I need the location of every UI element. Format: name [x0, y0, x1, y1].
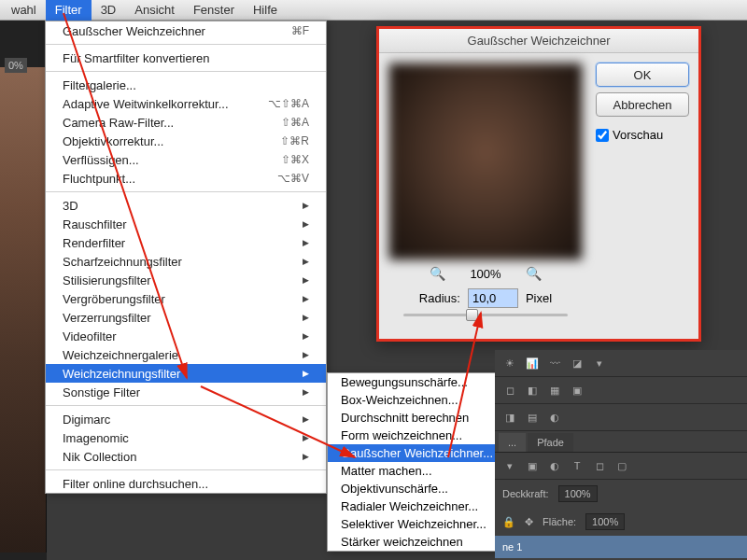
menu-label: Adaptive Weitwinkelkorrektur... [63, 97, 229, 111]
radius-slider-thumb[interactable] [466, 309, 478, 321]
menu-imagenomic[interactable]: Imagenomic [46, 428, 326, 447]
gaussian-blur-dialog: Gaußscher Weichzeichner 🔍 100% 🔍 Radius:… [376, 26, 701, 342]
menu-videofilter[interactable]: Videofilter [46, 327, 326, 345]
preview-checkbox-label[interactable]: Vorschau [596, 128, 689, 142]
menu-filter[interactable]: Filter [46, 0, 92, 21]
invert-icon[interactable]: ◨ [502, 410, 517, 425]
menu-separator [46, 469, 326, 470]
menu-shortcut: ⇧⌘R [280, 134, 309, 147]
dialog-zoom-percent: 100% [470, 267, 500, 281]
menu-label: Gaußscher Weichzeichner [63, 24, 205, 38]
zoom-in-icon[interactable]: 🔍 [526, 266, 542, 281]
menu-digimarc[interactable]: Digimarc [46, 410, 326, 428]
menu-shortcut: ⌘F [291, 24, 309, 37]
menu-nik-collection[interactable]: Nik Collection [46, 447, 326, 466]
menu-smartfilter[interactable]: Für Smartfilter konvertieren [46, 49, 326, 67]
menu-hilfe[interactable]: Hilfe [244, 0, 287, 21]
menu-label: Filtergalerie... [63, 78, 136, 92]
menu-fenster[interactable]: Fenster [184, 0, 244, 21]
menu-label: Box-Weichzeichnen... [341, 393, 458, 407]
filter-shape-icon[interactable]: ◻ [592, 458, 607, 473]
filter-adjust-icon[interactable]: ◐ [547, 458, 562, 473]
adjustments-icon-row-3: ◨ ▤ ◐ [495, 404, 747, 431]
lock-icon[interactable]: 🔒 [502, 516, 515, 528]
menu-label: Selektiver Weichzeichner... [341, 517, 486, 531]
radius-unit: Pixel [526, 291, 552, 305]
zoom-out-icon[interactable]: 🔍 [430, 266, 445, 281]
menu-label: Nik Collection [63, 450, 136, 464]
preview-checkbox[interactable] [596, 129, 609, 142]
filter-smart-icon[interactable]: ▢ [614, 458, 629, 473]
posterize-icon[interactable]: ▤ [525, 410, 540, 425]
panel-tab-pfade[interactable]: Pfade [528, 433, 573, 452]
menu-separator [46, 71, 326, 72]
radius-label: Radius: [419, 291, 460, 305]
menubar: wahl Filter 3D Ansicht Fenster Hilfe [0, 0, 747, 21]
hue-icon[interactable]: ◧ [525, 383, 540, 398]
menu-3d-filter[interactable]: 3D [46, 196, 326, 215]
menu-separator [46, 44, 326, 45]
lock-pos-icon[interactable]: ✥ [525, 516, 533, 528]
menu-shortcut: ⇧⌘A [281, 116, 309, 129]
channel-icon[interactable]: ▦ [547, 383, 562, 398]
filter-dropdown-menu: Gaußscher Weichzeichner ⌘F Für Smartfilt… [45, 21, 327, 494]
opacity-label: Deckkraft: [502, 488, 549, 499]
radius-input[interactable] [468, 288, 518, 308]
menu-label: Scharfzeichnungsfilter [63, 255, 182, 269]
square-icon[interactable]: ◻ [502, 383, 517, 398]
ok-button[interactable]: OK [596, 63, 689, 87]
menu-verzerrungsfilter[interactable]: Verzerrungsfilter [46, 308, 326, 327]
lookup-icon[interactable]: ▣ [570, 383, 585, 398]
levels-icon[interactable]: 📊 [525, 356, 540, 371]
preview-text: Vorschau [613, 128, 663, 142]
threshold-icon[interactable]: ◐ [547, 410, 562, 425]
menu-objektivkorrektur[interactable]: Objektivkorrektur...⇧⌘R [46, 132, 326, 150]
menu-label: Radialer Weichzeichner... [341, 499, 478, 513]
panel-tab-other[interactable]: ... [499, 433, 526, 452]
menu-scharfzeichnungsfilter[interactable]: Scharfzeichnungsfilter [46, 252, 326, 271]
menu-rauschfilter[interactable]: Rauschfilter [46, 215, 326, 233]
menu-weichzeichnergalerie[interactable]: Weichzeichnergalerie [46, 345, 326, 364]
menu-3d[interactable]: 3D [92, 0, 126, 21]
fill-value[interactable]: 100% [585, 513, 625, 530]
dialog-title: Gaußscher Weichzeichner [379, 29, 698, 53]
menu-shortcut: ⇧⌘X [281, 153, 309, 166]
menu-filtergalerie[interactable]: Filtergalerie... [46, 76, 326, 94]
menu-verfluessigen[interactable]: Verflüssigen...⇧⌘X [46, 150, 326, 169]
menu-label: Matter machen... [341, 464, 432, 478]
menu-camera-raw[interactable]: Camera Raw-Filter...⇧⌘A [46, 113, 326, 132]
more-icon[interactable]: ▾ [592, 356, 607, 371]
menu-label: Für Smartfilter konvertieren [63, 51, 210, 65]
menu-weitwinkel[interactable]: Adaptive Weitwinkelkorrektur...⌥⇧⌘A [46, 94, 326, 113]
menu-label: Vergröberungsfilter [63, 292, 165, 306]
adjustments-icon-row: ☀ 📊 〰 ◪ ▾ [495, 350, 747, 377]
menu-label: Stärker weichzeichnen [341, 535, 463, 549]
filter-type-icon[interactable]: T [570, 458, 585, 473]
radius-slider[interactable] [403, 314, 568, 316]
menu-label: Objektivkorrektur... [63, 134, 163, 148]
menu-vergroeberungsfilter[interactable]: Vergröberungsfilter [46, 289, 326, 308]
menu-stilisierungsfilter[interactable]: Stilisierungsfilter [46, 271, 326, 289]
menu-wahl[interactable]: wahl [2, 0, 46, 21]
menu-last-filter[interactable]: Gaußscher Weichzeichner ⌘F [46, 21, 326, 40]
menu-label: Gaußscher Weichzeichner... [341, 446, 493, 460]
cancel-button[interactable]: Abbrechen [596, 92, 689, 117]
dialog-preview-image[interactable] [388, 63, 583, 260]
menu-label: Digimarc [63, 413, 110, 427]
curves-icon[interactable]: 〰 [547, 356, 562, 371]
menu-filter-online[interactable]: Filter online durchsuchen... [46, 474, 326, 493]
filter-kind-icon[interactable]: ▾ [502, 458, 517, 473]
menu-label: Camera Raw-Filter... [63, 116, 174, 130]
opacity-value[interactable]: 100% [558, 485, 598, 502]
menu-renderfilter[interactable]: Renderfilter [46, 233, 326, 252]
menu-label: Stilisierungsfilter [63, 273, 151, 287]
menu-label: Objektivunschärfe... [341, 482, 448, 496]
filter-pixel-icon[interactable]: ▣ [525, 458, 540, 473]
menu-fluchtpunkt[interactable]: Fluchtpunkt...⌥⌘V [46, 169, 326, 188]
layer-name[interactable]: ne 1 [502, 541, 522, 553]
menu-sonstige-filter[interactable]: Sonstige Filter [46, 383, 326, 401]
exposure-icon[interactable]: ◪ [570, 356, 585, 371]
menu-weichzeichnungsfilter[interactable]: Weichzeichnungsfilter [46, 364, 326, 383]
brightness-icon[interactable]: ☀ [502, 356, 517, 371]
menu-ansicht[interactable]: Ansicht [125, 0, 184, 21]
